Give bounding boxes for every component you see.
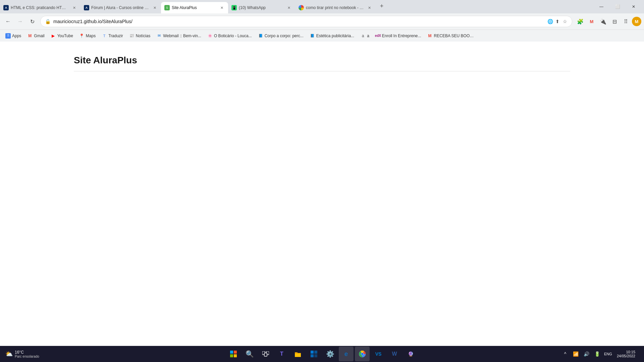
clock-date: 24/05/2022 [617,354,635,358]
bookmark-label-a: a [367,34,369,38]
page-divider [74,71,570,71]
taskbar-right: ^ 📶 🔊 🔋 ENG 10:15 24/05/2022 [560,349,641,359]
settings-button[interactable]: ⚙️ [323,347,337,361]
tab-favicon-1: A [3,5,9,10]
tab-whatsapp[interactable]: 📱 (10) WhatsApp ✕ [228,2,295,13]
window-controls: — ⬜ ✕ [594,1,641,12]
extensions-puzzle-icon[interactable]: 🔌 [598,16,608,27]
file-explorer-button[interactable] [290,347,305,361]
bookmarks-bar: ⠿ Apps M Gmail ▶ YouTube 📍 Maps T Traduz… [0,29,644,42]
store-button[interactable] [307,347,321,361]
translate-page-icon[interactable]: 🌐 [547,18,553,24]
weather-info: 16°C Parc ensolarado [15,350,39,358]
tab-site-aluraplus[interactable]: S Site AluraPlus ✕ [161,2,228,13]
keyboard-layout[interactable]: ENG [603,349,613,359]
tab-close-2[interactable]: ✕ [152,5,158,11]
bookmark-enroll[interactable]: edX Enroll In Entreprene... [373,32,424,40]
svg-rect-3 [234,354,237,357]
svg-rect-10 [314,354,317,357]
weather-icon: ⛅ [5,350,13,358]
bookmark-estetica[interactable]: 📘 Estética publicitária... [307,32,357,40]
tab-html-css[interactable]: A HTML e CSS: praticando HTML/C... ✕ [0,2,80,13]
system-clock[interactable]: 10:15 24/05/2022 [614,350,638,358]
extensions-button[interactable]: 🧩 [575,16,586,27]
receba-favicon: M [427,33,433,39]
show-hidden-icons[interactable]: ^ [560,349,570,359]
bookmark-star-icon[interactable]: ☆ [562,18,568,24]
address-action-icons: 🌐 ⬆ ☆ [547,18,568,24]
svg-rect-8 [314,351,317,354]
minimize-button[interactable]: — [594,1,609,12]
battery-icon[interactable]: 🔋 [593,349,602,359]
maps-favicon: 📍 [79,33,85,39]
a-favicon: a [360,33,366,39]
forward-button[interactable]: → [15,16,25,27]
tab-title-3: Site AluraPlus [172,5,217,10]
bookmark-label-receba: RECEBA SEU BOOK... [434,34,476,38]
url-text: mauriciocruz1.github.io/SiteAluraPlus/ [53,19,544,24]
vscode-button[interactable]: VS [371,347,386,361]
gmail-favicon: M [27,33,33,39]
svg-rect-6 [264,353,267,356]
noticias-favicon: 📰 [129,33,135,39]
tab-forum-alura[interactable]: A Fórum | Alura - Cursos online de... ✕ [80,2,161,13]
navigation-bar: ← → ↻ 🔒 mauriciocruz1.github.io/SiteAlur… [0,13,644,29]
profile-avatar[interactable]: M [632,17,641,26]
webmail-favicon: ✉ [156,33,162,39]
weather-temperature: 16°C [15,350,39,355]
bookmark-apps[interactable]: ⠿ Apps [3,32,24,40]
weather-widget[interactable]: ⛅ 16°C Parc ensolarado [3,349,43,360]
tab-close-5[interactable]: ✕ [366,5,372,11]
new-tab-button[interactable]: + [377,1,386,11]
svg-rect-9 [311,354,314,357]
teams-button[interactable]: T [274,347,289,361]
nav-extras: 🧩 M 🔌 ⊟ ⠿ M [575,16,641,27]
word-button[interactable]: W [387,347,402,361]
bookmark-label-maps: Maps [86,34,96,38]
unknown-app-button[interactable]: 🔮 [403,347,418,361]
chrome-button[interactable] [355,347,370,361]
bookmark-corpo[interactable]: 📘 Corpo a corpo: perc... [255,32,306,40]
maximize-button[interactable]: ⬜ [610,1,625,12]
gmail-icon[interactable]: M [586,16,597,27]
bookmark-noticias[interactable]: 📰 Notícias [126,32,153,40]
tab-close-1[interactable]: ✕ [71,5,77,11]
svg-rect-7 [311,351,314,354]
bookmark-a[interactable]: a a [358,32,372,40]
back-button[interactable]: ← [3,16,13,27]
tab-google-search[interactable]: como tirar print no notebook - P... ✕ [295,2,376,13]
corpo-favicon: 📘 [258,33,263,39]
bookmark-youtube[interactable]: ▶ YouTube [48,32,76,40]
tab-close-4[interactable]: ✕ [286,5,292,11]
svg-rect-2 [230,354,233,357]
system-tray: ^ 📶 🔊 🔋 ENG [560,349,613,359]
reload-button[interactable]: ↻ [27,16,38,27]
close-button[interactable]: ✕ [626,1,641,12]
share-icon[interactable]: ⬆ [554,18,560,24]
edge-button[interactable]: e [339,347,354,361]
address-bar[interactable]: 🔒 mauriciocruz1.github.io/SiteAluraPlus/… [40,16,572,27]
sound-icon[interactable]: 🔊 [582,349,591,359]
sidebar-icon[interactable]: ⊟ [609,16,620,27]
bookmark-receba[interactable]: M RECEBA SEU BOOK... [425,32,478,40]
page-title: Site AluraPlus [74,55,570,66]
bookmark-maps[interactable]: 📍 Maps [76,32,98,40]
more-tools-icon[interactable]: ⠿ [621,16,631,27]
weather-description: Parc ensolarado [15,355,39,358]
estetica-favicon: 📘 [310,33,315,39]
svg-rect-1 [234,351,237,354]
clock-time: 10:15 [626,350,635,354]
bookmark-boticario[interactable]: 🌸 O Boticário - Louca... [205,32,255,40]
bookmark-translate[interactable]: T Traduzir [99,32,126,40]
bookmark-webmail[interactable]: ✉ Webmail :: Bem-vin... [154,32,204,40]
tab-close-3[interactable]: ✕ [219,5,225,11]
start-button[interactable] [226,347,241,361]
tab-bar: A HTML e CSS: praticando HTML/C... ✕ A F… [0,0,644,13]
task-view-button[interactable] [258,347,273,361]
bookmark-label-apps: Apps [12,34,21,38]
apps-favicon: ⠿ [5,33,11,39]
network-icon[interactable]: 📶 [571,349,581,359]
bookmark-label-corpo: Corpo a corpo: perc... [265,34,304,38]
bookmark-gmail[interactable]: M Gmail [24,32,47,40]
search-button[interactable]: 🔍 [242,347,257,361]
